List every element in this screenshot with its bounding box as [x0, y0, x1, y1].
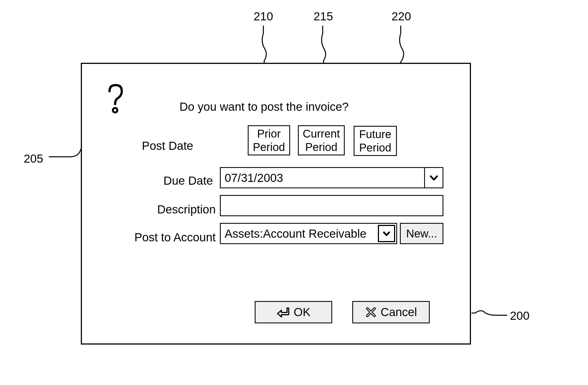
- due-date-field[interactable]: 07/31/2003: [220, 167, 443, 188]
- ok-label: OK: [294, 305, 311, 319]
- svg-point-0: [113, 108, 117, 112]
- callout-200: 200: [510, 309, 529, 323]
- chevron-down-icon: [383, 231, 390, 236]
- description-field[interactable]: [220, 195, 443, 216]
- question-icon: [106, 83, 125, 114]
- due-date-dropdown-button[interactable]: [424, 168, 443, 187]
- post-to-account-dropdown-button[interactable]: [378, 225, 395, 242]
- post-to-account-group: Assets:Account Receivable New...: [220, 223, 443, 244]
- post-to-account-select[interactable]: Assets:Account Receivable: [220, 223, 397, 244]
- future-period-button[interactable]: Future Period: [354, 126, 397, 156]
- cancel-button[interactable]: Cancel: [352, 301, 430, 323]
- post-invoice-dialog: Do you want to post the invoice? Post Da…: [81, 63, 471, 345]
- current-period-button[interactable]: Current Period: [298, 125, 345, 155]
- due-date-value[interactable]: 07/31/2003: [221, 168, 424, 187]
- prior-period-button[interactable]: Prior Period: [248, 125, 290, 155]
- chevron-down-icon: [430, 175, 438, 181]
- description-label: Description: [142, 203, 216, 216]
- cross-icon: [365, 306, 377, 318]
- due-date-label: Due Date: [153, 174, 213, 187]
- new-account-button[interactable]: New...: [400, 223, 443, 244]
- post-to-account-value[interactable]: Assets:Account Receivable: [221, 224, 377, 243]
- ok-button[interactable]: OK: [255, 301, 332, 323]
- cancel-label: Cancel: [381, 305, 417, 319]
- callout-210: 210: [254, 10, 273, 23]
- dialog-title: Do you want to post the invoice?: [179, 100, 349, 114]
- callout-215: 215: [314, 10, 333, 23]
- callout-220: 220: [392, 10, 411, 23]
- post-to-account-label: Post to Account: [108, 231, 216, 244]
- post-date-label: Post Date: [142, 139, 193, 153]
- callout-205: 205: [24, 152, 43, 165]
- enter-arrow-icon: [276, 305, 290, 319]
